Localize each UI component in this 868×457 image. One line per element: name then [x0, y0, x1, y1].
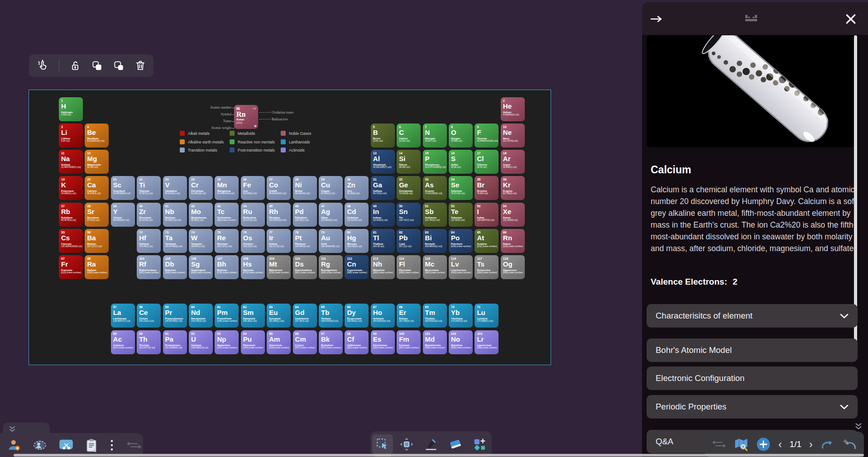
element-B[interactable]: 5BBoron10.81 u(±) — [371, 124, 395, 148]
new-page-redo-button[interactable] — [842, 438, 857, 451]
element-Mn[interactable]: 25MnManganese54.938044(3) u(±) — [215, 176, 239, 200]
element-Pd[interactable]: 46PdPalladium106.42(1) u(±) — [293, 203, 317, 227]
element-Yb[interactable]: 70YbYtterbium173.045(10) u(±) — [449, 304, 473, 328]
element-Lr[interactable]: 103LrLawrencium[266] (mass number) — [475, 330, 499, 354]
element-Mo[interactable]: 42MoMolybdenum95.95(1) u(±) — [189, 203, 213, 227]
element-Tb[interactable]: 65TbTerbium158.92535(2) u(±) — [319, 304, 343, 328]
element-Rf[interactable]: 104RfRutherfordium[267] (mass number) — [137, 255, 161, 279]
element-Rg[interactable]: 111RgRoentgenium[282] (mass number) — [319, 255, 343, 279]
element-Ga[interactable]: 31GaGallium69.723(1) u(±) — [371, 176, 395, 200]
element-Y[interactable]: 39YYttrium88.90584(2) u(±) — [111, 203, 135, 227]
element-Sn[interactable]: 50SnTin118.710(7) u(±) — [397, 203, 421, 227]
element-Er[interactable]: 68ErErbium167.259(3) u(±) — [397, 304, 421, 328]
pen-tool-button[interactable] — [421, 434, 441, 454]
element-Os[interactable]: 76OsOsmium190.23(3) u(±) — [241, 229, 265, 253]
more-options-button[interactable] — [110, 439, 114, 452]
element-At[interactable]: 85AtAstatine[210] (mass number) — [475, 229, 499, 253]
element-Sg[interactable]: 106SgSeaborgium[269] (mass number) — [189, 255, 213, 279]
element-Ba[interactable]: 56BaBarium137.327(7) u(±) — [85, 229, 109, 253]
element-C[interactable]: 6CCarbon12.011 u(±) — [397, 124, 421, 148]
element-Se[interactable]: 34SeSelenium78.971(8) u(±) — [449, 176, 473, 200]
element-La[interactable]: 57LaLanthanum138.90547(7) u(±) — [111, 304, 135, 328]
element-Ce[interactable]: 58CeCerium140.116(1) u(±) — [137, 304, 161, 328]
element-Ac[interactable]: 89AcActinium[227] (mass number) — [111, 330, 135, 354]
element-Tc[interactable]: 43TcTechnetium[98] (mass number) — [215, 203, 239, 227]
add-page-button[interactable] — [756, 437, 771, 452]
select-tool-button[interactable] — [372, 434, 393, 454]
element-V[interactable]: 23VVanadium50.9415(1) u(±) — [163, 176, 187, 200]
element-Lv[interactable]: 116LvLivermorium[293] (mass number) — [449, 255, 473, 279]
copy-button[interactable] — [91, 60, 103, 71]
element-Pm[interactable]: 61PmPromethium[145] (mass number) — [215, 304, 239, 328]
element-Rn[interactable]: 86RnRadon[222] (mass number) — [501, 229, 525, 253]
element-I[interactable]: 53IIodine126.90447(3) u(±) — [475, 203, 499, 227]
element-Md[interactable]: 101MdMendelevium[258] (mass number) — [423, 330, 447, 354]
element-Hg[interactable]: 80HgMercury200.592(3) u(±) — [345, 229, 369, 253]
element-Am[interactable]: 95AmAmericium[243] (mass number) — [267, 330, 291, 354]
element-Ti[interactable]: 22TiTitanium47.867(1) u(±) — [137, 176, 161, 200]
element-He[interactable]: 2HeHelium4.002602(2) u(±) — [501, 97, 525, 121]
element-Ni[interactable]: 28NiNickel58.6934(4) u(±) — [293, 176, 317, 200]
element-Pu[interactable]: 94PuPlutonium[244] (mass number) — [241, 330, 265, 354]
unlock-button[interactable] — [69, 60, 81, 71]
redo-button[interactable] — [820, 438, 834, 450]
close-panel-button[interactable] — [845, 14, 856, 24]
collapse-panel-button[interactable] — [650, 15, 663, 23]
section-bohr-s-atomic-model[interactable]: Bohr's Atomic Model — [647, 338, 858, 362]
collaboration-button[interactable] — [33, 438, 47, 452]
pointer-tool-button[interactable] — [36, 59, 49, 72]
element-Cd[interactable]: 48CdCadmium112.414(4) u(±) — [345, 203, 369, 227]
element-Ne[interactable]: 10NeNeon20.1797(6) u(±) — [501, 124, 525, 148]
section-electronic-configuration[interactable]: Electronic Configuration — [647, 367, 858, 390]
element-Po[interactable]: 84PoPolonium[209] (mass number) — [449, 229, 473, 253]
element-Fl[interactable]: 114FlFlerovium[289] (mass number) — [397, 255, 421, 279]
swap-button[interactable] — [126, 440, 142, 451]
element-Ru[interactable]: 44RuRuthenium101.07(2) u(±) — [241, 203, 265, 227]
element-Cm[interactable]: 96CmCurium[247] (mass number) — [293, 330, 317, 354]
eraser-tool-button[interactable] — [445, 434, 466, 454]
element-Nh[interactable]: 113NhNihonium[286] (mass number) — [371, 255, 395, 279]
periodic-table-view-button[interactable] — [745, 15, 757, 25]
element-Be[interactable]: 4BeBeryllium9.0121831(5) u(±) — [85, 124, 109, 148]
element-Ts[interactable]: 117TsTennessine[294] (mass number) — [475, 255, 499, 279]
element-Nb[interactable]: 41NbNiobium92.90637(2) u(±) — [163, 203, 187, 227]
map-zoom-button[interactable] — [734, 438, 748, 451]
element-As[interactable]: 33AsArsenic74.921595(6) u(±) — [423, 176, 447, 200]
element-Ds[interactable]: 110DsDarmstadtium[281] (mass number) — [293, 255, 317, 279]
element-Ta[interactable]: 73TaTantalum180.94788(2) u(±) — [163, 229, 187, 253]
element-Es[interactable]: 99EsEinsteinium[252] (mass number) — [371, 330, 395, 354]
toolbar-collapse-button[interactable] — [854, 423, 863, 432]
element-Sm[interactable]: 62SmSamarium150.36(2) u(±) — [241, 304, 265, 328]
element-Lu[interactable]: 71LuLutetium174.9668(1) u(±) — [475, 304, 499, 328]
element-Sr[interactable]: 38SrStrontium87.62(1) u(±) — [85, 203, 109, 227]
element-Dy[interactable]: 66DyDysprosium162.500(1) u(±) — [345, 304, 369, 328]
element-P[interactable]: 15PPhosphorus30.973761998(5) u(±) — [423, 150, 447, 174]
element-Al[interactable]: 13AlAluminium26.9815385(7) u(±) — [371, 150, 395, 174]
element-Ir[interactable]: 77IrIridium192.217(3) u(±) — [267, 229, 291, 253]
element-Cs[interactable]: 55CsCaesium132.90545196(6) u(±) — [59, 229, 83, 253]
shapes-tool-button[interactable] — [469, 434, 490, 454]
section-periodic-properties[interactable]: Periodic Properties — [647, 395, 858, 419]
pan-tool-button[interactable] — [396, 434, 417, 454]
element-Pr[interactable]: 59PrPraseodymium140.90766(2) u(±) — [163, 304, 187, 328]
element-Br[interactable]: 35BrBromine79.904 u(±) — [475, 176, 499, 200]
element-Hf[interactable]: 72HfHafnium178.49(2) u(±) — [137, 229, 161, 253]
element-Ge[interactable]: 32GeGermanium72.630(8) u(±) — [397, 176, 421, 200]
element-Hs[interactable]: 108HsHassium[270] (mass number) — [241, 255, 265, 279]
element-Kr[interactable]: 36KrKrypton83.798(2) u(±) — [501, 176, 525, 200]
element-Si[interactable]: 14SiSilicon28.085 u(±) — [397, 150, 421, 174]
element-Mg[interactable]: 12MgMagnesium24.305 u(±) — [85, 150, 109, 174]
element-Np[interactable]: 93NpNeptunium[237] (mass number) — [215, 330, 239, 354]
element-Tm[interactable]: 69TmThulium168.93422(2) u(±) — [423, 304, 447, 328]
compare-button[interactable] — [712, 439, 726, 449]
element-Re[interactable]: 75ReRhenium186.207(1) u(±) — [215, 229, 239, 253]
add-user-button[interactable] — [7, 438, 21, 452]
element-Fr[interactable]: 87FrFrancium[223] (mass number) — [59, 255, 83, 279]
element-N[interactable]: 7NNitrogen14.007 u(±) — [423, 124, 447, 148]
element-H[interactable]: 1HHydrogen1.008 u(±) — [59, 97, 83, 121]
element-Xe[interactable]: 54XeXenon131.293(6) u(±) — [501, 203, 525, 227]
element-Cn[interactable]: 112CnCopernicium[285] (mass number) — [345, 255, 369, 279]
element-No[interactable]: 102NoNobelium[259] (mass number) — [449, 330, 473, 354]
element-Tl[interactable]: 81TlThallium204.38 u(±) — [371, 229, 395, 253]
delete-button[interactable] — [134, 60, 146, 71]
